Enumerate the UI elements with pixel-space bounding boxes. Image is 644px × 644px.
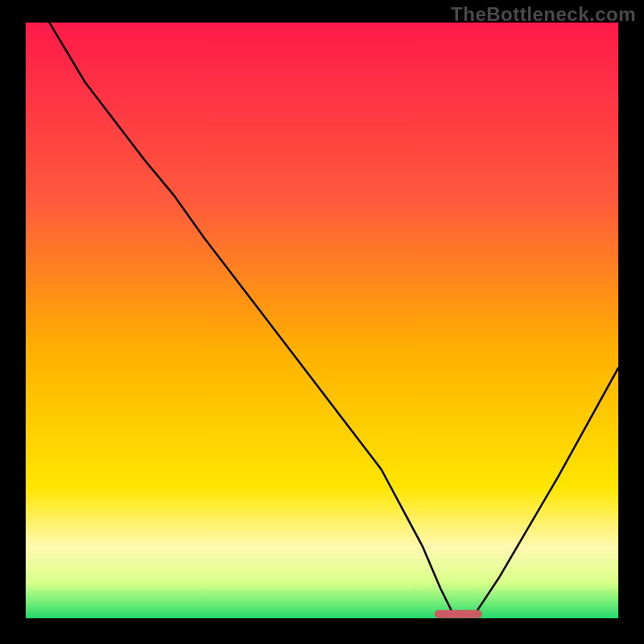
- chart-svg: [26, 23, 618, 618]
- optimal-range-marker: [435, 610, 482, 618]
- chart-plot-area: [26, 23, 618, 618]
- watermark-text: TheBottleneck.com: [451, 3, 636, 26]
- chart-background: [26, 23, 618, 618]
